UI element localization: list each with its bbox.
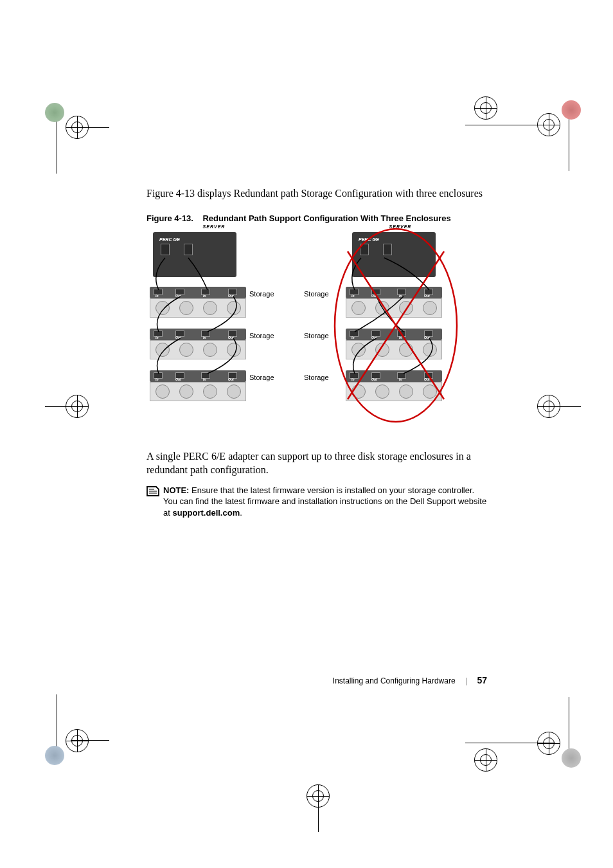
note-body-post: . — [240, 508, 242, 518]
followup-paragraph: A single PERC 6/E adapter can support up… — [147, 449, 487, 477]
note-block: NOTE: Ensure that the latest firmware ve… — [147, 485, 487, 519]
figure-title: Redundant Path Support Configuration Wit… — [202, 213, 450, 223]
storage-label-1b: Storage — [304, 290, 329, 298]
page-number: 57 — [477, 675, 487, 685]
storage-label-3b: Storage — [304, 374, 329, 381]
server-label: SERVER — [203, 224, 226, 229]
cables-incorrect — [346, 232, 461, 412]
storage-label-1: Storage — [249, 290, 274, 298]
diagram-incorrect: SERVER PERC 6/E Storage In Out In Out St… — [333, 232, 468, 402]
footer-section: Installing and Configuring Hardware — [333, 676, 456, 685]
intro-paragraph: Figure 4-13 displays Redundant path Stor… — [147, 186, 487, 201]
server-label: SERVER — [389, 224, 412, 229]
figure-number: Figure 4-13. — [147, 213, 193, 223]
note-text: NOTE: Ensure that the latest firmware ve… — [163, 485, 487, 519]
storage-label-3: Storage — [249, 374, 274, 381]
note-icon — [147, 486, 159, 496]
note-label: NOTE: — [163, 485, 189, 495]
figure-diagram: SERVER PERC 6/E In Out In Out Storage — [147, 226, 487, 438]
diagram-correct: SERVER PERC 6/E In Out In Out Storage — [147, 232, 281, 402]
storage-label-2b: Storage — [304, 332, 329, 339]
storage-label-2: Storage — [249, 332, 274, 339]
footer-separator: | — [465, 676, 467, 685]
page-content: Figure 4-13 displays Redundant path Stor… — [147, 186, 487, 518]
figure-caption: Figure 4-13. Redundant Path Support Conf… — [147, 213, 487, 223]
page-footer: Installing and Configuring Hardware | 57 — [147, 675, 487, 685]
note-bold: support.dell.com — [172, 508, 240, 518]
cables-correct — [150, 232, 253, 412]
